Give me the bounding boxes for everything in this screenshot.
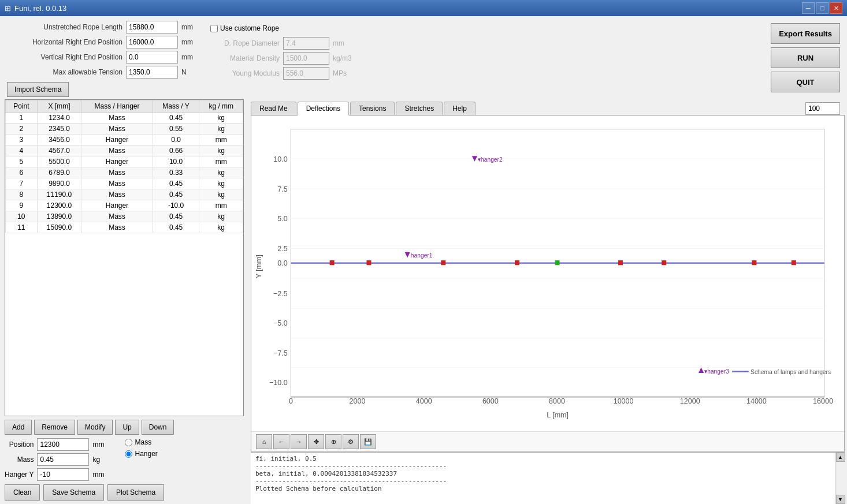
young-label: Young Modulus <box>210 69 280 77</box>
scroll-up-button[interactable]: ▲ <box>836 453 845 462</box>
mass-input[interactable] <box>37 453 89 466</box>
quit-button[interactable]: QUIT <box>771 72 840 92</box>
zoom-input[interactable] <box>805 102 840 115</box>
max-tension-input[interactable] <box>126 66 178 79</box>
chart-toolbar: ⌂ ← → ✥ ⊕ ⚙ 💾 <box>251 431 844 451</box>
table-row[interactable]: 8 11190.0 Mass 0.45 kg <box>6 189 243 200</box>
table-row[interactable]: 11 15090.0 Mass 0.45 kg <box>6 222 243 233</box>
table-row[interactable]: 3 3456.0 Hanger 0.0 mm <box>6 135 243 145</box>
svg-text:10.0: 10.0 <box>273 154 287 163</box>
up-button[interactable]: Up <box>115 420 139 435</box>
table-row[interactable]: 2 2345.0 Mass 0.55 kg <box>6 124 243 135</box>
down-button[interactable]: Down <box>142 420 174 435</box>
chart-wrapper: 10.0 7.5 5.0 2.5 0.0 −2.5 −5.0 −7.5 −10.… <box>251 115 844 431</box>
scroll-down-button[interactable]: ▼ <box>836 495 845 504</box>
vert-input[interactable] <box>126 51 178 64</box>
density-row: Material Density kg/m3 <box>210 52 350 65</box>
save-button[interactable]: Save Schema <box>43 484 104 501</box>
configure-button[interactable]: ⚙ <box>343 434 359 449</box>
zoom-home-button[interactable]: ⌂ <box>256 434 272 449</box>
svg-text:16000: 16000 <box>813 397 833 405</box>
hanger-y-unit: mm <box>92 471 104 479</box>
lower-area: Point X [mm] Mass / Hanger Mass / Y kg /… <box>0 99 847 504</box>
table-row[interactable]: 10 13890.0 Mass 0.45 kg <box>6 211 243 222</box>
add-button[interactable]: Add <box>5 420 32 435</box>
unstretched-label: Unstretched Rope Length <box>7 23 122 31</box>
svg-rect-40 <box>555 260 560 265</box>
density-input[interactable] <box>283 52 329 65</box>
export-button[interactable]: Export Results <box>771 23 840 44</box>
hanger-radio-label[interactable]: Hanger <box>125 450 157 458</box>
diameter-input[interactable] <box>283 37 329 50</box>
mass-radio[interactable] <box>125 439 132 446</box>
svg-text:0.0: 0.0 <box>277 259 287 267</box>
hanger-y-input[interactable] <box>37 468 89 481</box>
mass-radio-label[interactable]: Mass <box>125 438 157 446</box>
svg-rect-35 <box>515 260 519 265</box>
tab-stretches[interactable]: Stretches <box>396 102 443 115</box>
unstretched-input[interactable] <box>126 21 178 33</box>
modify-button[interactable]: Modify <box>77 420 113 435</box>
window-title: Funi, rel. 0.0.13 <box>14 4 66 13</box>
rope-section: Use custome Rope D. Rope Diameter mm Mat… <box>210 21 350 80</box>
plot-button[interactable]: Plot Schema <box>107 484 164 501</box>
zoom-button[interactable]: ⊕ <box>325 434 341 449</box>
svg-rect-38 <box>752 260 756 265</box>
table-row[interactable]: 6 6789.0 Mass 0.33 kg <box>6 167 243 178</box>
svg-text:▾hanger3: ▾hanger3 <box>704 368 729 375</box>
svg-text:Y [mm]: Y [mm] <box>254 255 263 278</box>
svg-text:12000: 12000 <box>680 397 700 405</box>
data-table-container: Point X [mm] Mass / Hanger Mass / Y kg /… <box>5 99 244 416</box>
radio-group: Mass Hanger <box>116 438 157 458</box>
svg-text:L [mm]: L [mm] <box>547 410 569 419</box>
svg-text:−2.5: −2.5 <box>273 289 288 297</box>
svg-text:hanger1: hanger1 <box>411 252 433 259</box>
tab-bar: Read Me Deflections Tensions Stretches H… <box>251 99 845 115</box>
zoom-forward-button[interactable]: → <box>291 434 307 449</box>
horiz-input[interactable] <box>126 36 178 48</box>
use-custom-rope-checkbox[interactable] <box>210 25 218 32</box>
tab-tensions[interactable]: Tensions <box>350 102 395 115</box>
svg-text:4000: 4000 <box>416 397 432 405</box>
table-row[interactable]: 9 12300.0 Hanger -10.0 mm <box>6 200 243 211</box>
table-row[interactable]: 1 1234.0 Mass 0.45 kg <box>6 113 243 124</box>
svg-text:−10.0: −10.0 <box>269 378 288 387</box>
save-chart-button[interactable]: 💾 <box>360 434 376 449</box>
run-button[interactable]: RUN <box>771 47 840 68</box>
tab-readme[interactable]: Read Me <box>251 102 296 115</box>
table-row[interactable]: 5 5500.0 Hanger 10.0 mm <box>6 156 243 167</box>
svg-text:−5.0: −5.0 <box>273 319 288 327</box>
table-row[interactable]: 4 4567.0 Mass 0.66 kg <box>6 145 243 156</box>
svg-text:6000: 6000 <box>482 397 499 405</box>
hanger-radio[interactable] <box>125 450 132 458</box>
tab-deflections[interactable]: Deflections <box>298 102 349 115</box>
svg-text:2000: 2000 <box>350 397 366 405</box>
zoom-back-button[interactable]: ← <box>273 434 289 449</box>
clean-button[interactable]: Clean <box>5 484 40 501</box>
minimize-button[interactable]: ─ <box>802 2 815 14</box>
log-area: fi, initial, 0.5 -----------------------… <box>251 452 845 504</box>
table-row[interactable]: 7 9890.0 Mass 0.45 kg <box>6 178 243 189</box>
maximize-button[interactable]: □ <box>816 2 829 14</box>
right-buttons: Export Results RUN QUIT <box>771 21 840 92</box>
tab-content: 10.0 7.5 5.0 2.5 0.0 −2.5 −5.0 −7.5 −10.… <box>251 115 845 452</box>
svg-text:▾hanger2: ▾hanger2 <box>478 156 503 162</box>
horiz-unit: mm <box>181 38 199 46</box>
tab-help[interactable]: Help <box>444 102 475 115</box>
pan-button[interactable]: ✥ <box>308 434 324 449</box>
close-button[interactable]: ✕ <box>830 2 842 14</box>
horiz-label: Horizontal Right End Position <box>7 38 122 46</box>
position-input[interactable] <box>37 438 89 451</box>
import-button[interactable]: Import Schema <box>7 82 69 97</box>
unstretched-row: Unstretched Rope Length mm <box>7 21 199 33</box>
young-input[interactable] <box>283 67 329 80</box>
svg-rect-39 <box>792 260 796 265</box>
left-inputs: Unstretched Rope Length mm Horizontal Ri… <box>7 21 199 97</box>
scroll-track[interactable] <box>837 462 845 495</box>
max-tension-label: Max allowable Tension <box>7 68 122 76</box>
bottom-buttons: Clean Save Schema Plot Schema <box>5 482 244 504</box>
main-content: Unstretched Rope Length mm Horizontal Ri… <box>0 16 847 504</box>
remove-button[interactable]: Remove <box>34 420 75 435</box>
density-unit: kg/m3 <box>333 54 350 62</box>
col-type: Mass / Hanger <box>81 100 153 113</box>
